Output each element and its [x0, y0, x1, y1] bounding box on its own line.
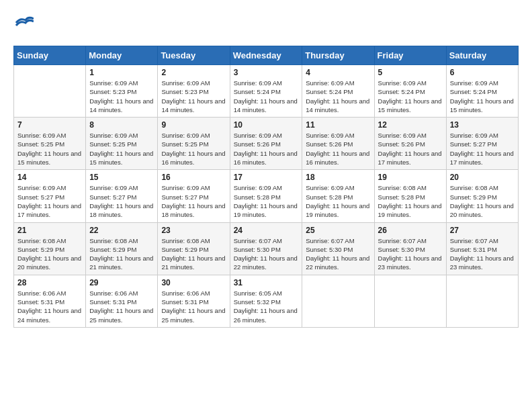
calendar-cell [446, 275, 518, 327]
day-info: Sunrise: 6:09 AM Sunset: 5:25 PM Dayligh… [161, 131, 226, 167]
day-info: Sunrise: 6:08 AM Sunset: 5:29 PM Dayligh… [89, 236, 154, 272]
header [13, 13, 519, 35]
sunset-text: Sunset: 5:27 PM [450, 140, 497, 148]
sunset-text: Sunset: 5:31 PM [17, 298, 64, 306]
daylight-text: Daylight: 11 hours and 14 minutes. [306, 97, 369, 113]
sunrise-text: Sunrise: 6:07 AM [450, 237, 498, 244]
day-info: Sunrise: 6:06 AM Sunset: 5:31 PM Dayligh… [17, 289, 82, 324]
day-info: Sunrise: 6:09 AM Sunset: 5:23 PM Dayligh… [161, 79, 226, 114]
day-info: Sunrise: 6:09 AM Sunset: 5:27 PM Dayligh… [89, 183, 154, 219]
day-info: Sunrise: 6:09 AM Sunset: 5:27 PM Dayligh… [17, 183, 82, 219]
daylight-text: Daylight: 11 hours and 14 minutes. [89, 97, 153, 113]
sunrise-text: Sunrise: 6:08 AM [378, 184, 427, 191]
sunrise-text: Sunrise: 6:08 AM [17, 237, 66, 244]
day-info: Sunrise: 6:09 AM Sunset: 5:24 PM Dayligh… [450, 79, 515, 114]
calendar-header-wednesday: Wednesday [230, 46, 302, 65]
day-info: Sunrise: 6:07 AM Sunset: 5:31 PM Dayligh… [450, 236, 515, 272]
sunrise-text: Sunrise: 6:07 AM [378, 237, 427, 244]
day-number: 11 [306, 120, 370, 130]
calendar-cell: 15 Sunrise: 6:09 AM Sunset: 5:27 PM Dayl… [86, 170, 158, 222]
day-info: Sunrise: 6:09 AM Sunset: 5:24 PM Dayligh… [306, 79, 370, 114]
calendar-cell: 25 Sunrise: 6:07 AM Sunset: 5:30 PM Dayl… [302, 222, 374, 275]
sunset-text: Sunset: 5:24 PM [306, 88, 353, 95]
day-number: 9 [161, 120, 226, 130]
sunset-text: Sunset: 5:25 PM [161, 140, 208, 148]
daylight-text: Daylight: 11 hours and 20 minutes. [17, 255, 81, 271]
calendar-header-sunday: Sunday [14, 46, 86, 65]
day-info: Sunrise: 6:06 AM Sunset: 5:31 PM Dayligh… [161, 289, 226, 324]
sunset-text: Sunset: 5:29 PM [161, 246, 208, 253]
day-info: Sunrise: 6:09 AM Sunset: 5:28 PM Dayligh… [234, 183, 299, 219]
daylight-text: Daylight: 11 hours and 17 minutes. [378, 150, 442, 166]
sunset-text: Sunset: 5:29 PM [450, 193, 497, 201]
daylight-text: Daylight: 11 hours and 15 minutes. [450, 97, 514, 113]
calendar-cell: 14 Sunrise: 6:09 AM Sunset: 5:27 PM Dayl… [14, 170, 86, 222]
calendar-week-3: 14 Sunrise: 6:09 AM Sunset: 5:27 PM Dayl… [14, 170, 519, 222]
calendar-cell: 30 Sunrise: 6:06 AM Sunset: 5:31 PM Dayl… [158, 275, 230, 327]
day-number: 10 [234, 120, 299, 130]
daylight-text: Daylight: 11 hours and 17 minutes. [450, 150, 514, 166]
day-number: 28 [17, 278, 82, 287]
calendar-cell: 19 Sunrise: 6:08 AM Sunset: 5:28 PM Dayl… [374, 170, 446, 222]
logo [13, 13, 34, 35]
day-number: 27 [450, 226, 515, 235]
calendar-cell: 23 Sunrise: 6:08 AM Sunset: 5:29 PM Dayl… [158, 222, 230, 275]
day-number: 18 [306, 173, 370, 182]
day-number: 19 [378, 173, 443, 182]
sunset-text: Sunset: 5:29 PM [89, 246, 136, 253]
calendar-table: SundayMondayTuesdayWednesdayThursdayFrid… [13, 46, 519, 328]
sunrise-text: Sunrise: 6:09 AM [450, 79, 498, 87]
sunrise-text: Sunrise: 6:09 AM [234, 184, 282, 191]
calendar-header-row: SundayMondayTuesdayWednesdayThursdayFrid… [14, 46, 519, 65]
sunset-text: Sunset: 5:27 PM [89, 193, 136, 201]
sunrise-text: Sunrise: 6:09 AM [89, 79, 138, 87]
day-number: 2 [161, 68, 226, 77]
sunset-text: Sunset: 5:31 PM [161, 298, 208, 306]
day-number: 17 [234, 173, 299, 182]
daylight-text: Daylight: 11 hours and 22 minutes. [306, 255, 369, 271]
sunrise-text: Sunrise: 6:06 AM [89, 289, 138, 297]
sunset-text: Sunset: 5:28 PM [306, 193, 353, 201]
daylight-text: Daylight: 11 hours and 16 minutes. [306, 150, 369, 166]
day-number: 22 [89, 226, 154, 235]
calendar-cell: 2 Sunrise: 6:09 AM Sunset: 5:23 PM Dayli… [158, 65, 230, 118]
calendar-cell: 21 Sunrise: 6:08 AM Sunset: 5:29 PM Dayl… [14, 222, 86, 275]
calendar-cell: 31 Sunrise: 6:05 AM Sunset: 5:32 PM Dayl… [230, 275, 302, 327]
calendar-cell: 12 Sunrise: 6:09 AM Sunset: 5:26 PM Dayl… [374, 118, 446, 170]
sunset-text: Sunset: 5:31 PM [450, 246, 497, 253]
calendar-cell: 1 Sunrise: 6:09 AM Sunset: 5:23 PM Dayli… [86, 65, 158, 118]
calendar-cell: 13 Sunrise: 6:09 AM Sunset: 5:27 PM Dayl… [446, 118, 518, 170]
calendar-cell: 27 Sunrise: 6:07 AM Sunset: 5:31 PM Dayl… [446, 222, 518, 275]
day-number: 6 [450, 68, 515, 77]
day-info: Sunrise: 6:09 AM Sunset: 5:26 PM Dayligh… [378, 131, 443, 167]
logo-icon [15, 13, 34, 32]
day-info: Sunrise: 6:09 AM Sunset: 5:26 PM Dayligh… [306, 131, 370, 167]
sunset-text: Sunset: 5:25 PM [17, 140, 64, 148]
sunrise-text: Sunrise: 6:08 AM [450, 184, 498, 191]
sunset-text: Sunset: 5:23 PM [161, 88, 208, 95]
sunset-text: Sunset: 5:30 PM [306, 246, 353, 253]
day-info: Sunrise: 6:09 AM Sunset: 5:25 PM Dayligh… [17, 131, 82, 167]
daylight-text: Daylight: 11 hours and 24 minutes. [17, 307, 81, 323]
day-number: 16 [161, 173, 226, 182]
sunrise-text: Sunrise: 6:09 AM [306, 79, 354, 87]
day-info: Sunrise: 6:08 AM Sunset: 5:29 PM Dayligh… [17, 236, 82, 272]
daylight-text: Daylight: 11 hours and 25 minutes. [89, 307, 153, 323]
day-number: 5 [378, 68, 443, 77]
sunset-text: Sunset: 5:29 PM [17, 246, 64, 253]
day-info: Sunrise: 6:08 AM Sunset: 5:29 PM Dayligh… [450, 183, 515, 219]
day-info: Sunrise: 6:09 AM Sunset: 5:27 PM Dayligh… [450, 131, 515, 167]
calendar-cell: 20 Sunrise: 6:08 AM Sunset: 5:29 PM Dayl… [446, 170, 518, 222]
daylight-text: Daylight: 11 hours and 21 minutes. [161, 255, 225, 271]
calendar-cell [302, 275, 374, 327]
calendar-week-5: 28 Sunrise: 6:06 AM Sunset: 5:31 PM Dayl… [14, 275, 519, 327]
calendar-cell [14, 65, 86, 118]
day-number: 8 [89, 120, 154, 130]
calendar-cell: 16 Sunrise: 6:09 AM Sunset: 5:27 PM Dayl… [158, 170, 230, 222]
daylight-text: Daylight: 11 hours and 14 minutes. [234, 97, 298, 113]
sunrise-text: Sunrise: 6:05 AM [234, 289, 282, 297]
day-info: Sunrise: 6:08 AM Sunset: 5:28 PM Dayligh… [378, 183, 443, 219]
daylight-text: Daylight: 11 hours and 26 minutes. [234, 307, 298, 323]
sunrise-text: Sunrise: 6:09 AM [17, 132, 66, 139]
calendar-cell: 4 Sunrise: 6:09 AM Sunset: 5:24 PM Dayli… [302, 65, 374, 118]
